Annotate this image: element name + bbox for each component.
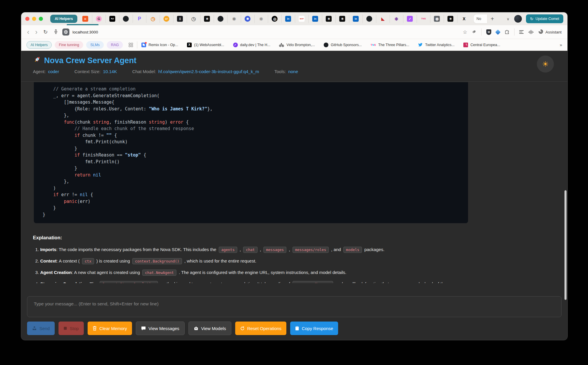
- tab-clock-orange[interactable]: ◷: [146, 15, 160, 23]
- assistant-button[interactable]: Assistant: [538, 29, 562, 35]
- tab-linkedin[interactable]: in: [281, 15, 295, 23]
- view-messages-button[interactable]: View Messages: [136, 322, 185, 335]
- meta-value: hf.co/qwen/qwen2.5-coder-3b-instruct-ggu…: [158, 69, 259, 74]
- refresh-icon: ↻: [530, 16, 534, 21]
- tab-red-hat[interactable]: ◣: [376, 15, 390, 23]
- bookmark-item[interactable]: TNSThe Three Pillars...: [371, 43, 409, 47]
- bookmark-item[interactable]: X(1) WebAssembl...: [187, 43, 224, 47]
- meta-group: Chat Model:hf.co/qwen/qwen2.5-coder-3b-i…: [132, 69, 259, 74]
- address-bar[interactable]: localhost:3000: [72, 30, 98, 34]
- bookmark-item[interactable]: LCentral Europea...: [463, 43, 500, 47]
- page-title-text: Nova Crew Server Agent: [44, 56, 136, 65]
- tab-flower-light[interactable]: ❋: [254, 15, 268, 23]
- tab-flower-blue[interactable]: ❋: [241, 15, 254, 23]
- tab-tns[interactable]: TNS: [417, 15, 430, 23]
- bookmark-pill-ai-helpers[interactable]: AI Helpers: [26, 41, 52, 49]
- tab-clock-gray[interactable]: ◷: [187, 15, 200, 23]
- bookmark-pill-fine-tunning[interactable]: Fine tunning: [55, 41, 83, 49]
- minimize-window-button[interactable]: [32, 17, 36, 21]
- site-globe-icon[interactable]: [62, 28, 69, 36]
- page-scrollbar-thumb[interactable]: [564, 190, 567, 300]
- reset-operations-button[interactable]: Reset Operations: [235, 322, 287, 335]
- meta-value: coder: [48, 69, 59, 74]
- bookmark-star-icon[interactable]: ☆: [463, 30, 467, 35]
- asterisk-black-icon: ✳: [204, 16, 210, 22]
- clock-gray-icon: ◷: [191, 16, 196, 22]
- asterisk-black-icon: ✳: [339, 16, 345, 22]
- bookmark-item[interactable]: GitHub Sponsors...: [324, 43, 362, 47]
- inline-code-chip: messages/roles: [293, 247, 329, 253]
- inline-code-chip: chat.NewAgent: [142, 270, 176, 276]
- tab-reader[interactable]: ≡: [78, 15, 92, 23]
- tab-mvp-card[interactable]: MVP: [295, 15, 308, 23]
- explanation-heading: Explanation:: [33, 235, 556, 240]
- new-tab-button[interactable]: +: [491, 16, 494, 22]
- chevron-down-icon[interactable]: ∨: [507, 17, 510, 21]
- profile-avatar[interactable]: [514, 15, 522, 23]
- bookmark-item[interactable]: ✓daily.dev | The H...: [233, 43, 270, 47]
- tab-partial[interactable]: No: [474, 14, 487, 23]
- bookmark-item[interactable]: Remix Icon - Op...: [141, 43, 178, 47]
- tab-ef-orange[interactable]: EF: [160, 15, 173, 23]
- app-header: Nova Crew Server Agent Agent:coderContex…: [21, 51, 567, 82]
- tab-nj[interactable]: NJ: [106, 15, 119, 23]
- extension-shield-icon[interactable]: M: [486, 29, 491, 35]
- message-input[interactable]: [27, 297, 561, 317]
- tab-x-twitter[interactable]: X: [457, 15, 471, 23]
- tab-github[interactable]: [363, 15, 376, 23]
- tab-globe-gray[interactable]: ◍: [430, 15, 444, 23]
- update-comet-button[interactable]: ↻ Update Comet: [526, 14, 563, 23]
- tab-github[interactable]: [119, 15, 133, 23]
- tab-asterisk-black[interactable]: ✳: [335, 15, 349, 23]
- tab-flower-gray[interactable]: ❋: [227, 15, 241, 23]
- mic-icon[interactable]: [54, 29, 58, 35]
- tab-asterisk-black[interactable]: ✳: [444, 15, 457, 23]
- bookmark-item[interactable]: Vélo Brompton,...: [279, 43, 315, 47]
- bookmark-item[interactable]: Twitter Analytics...: [418, 43, 455, 47]
- remix-icon: [141, 43, 146, 47]
- tab-ai-helpers[interactable]: AI Helpers: [50, 15, 77, 23]
- back-button[interactable]: ‹: [27, 29, 29, 36]
- tab-asterisk-black[interactable]: ✳: [200, 15, 214, 23]
- bookmark-label: The Three Pillars...: [378, 43, 409, 47]
- tab-p-purple[interactable]: P: [133, 15, 146, 23]
- forward-button[interactable]: ›: [35, 29, 38, 36]
- copy-response-button[interactable]: Copy Response: [290, 322, 338, 335]
- close-window-button[interactable]: [25, 17, 29, 21]
- meta-group: Context Size:10.14K: [74, 69, 117, 74]
- bookmark-pill-slms[interactable]: SLMs: [86, 41, 104, 49]
- tab-check-purple[interactable]: ✓: [403, 15, 417, 23]
- code-line: if chunk != "" {: [43, 132, 461, 139]
- tab-github[interactable]: [214, 15, 227, 23]
- explanation-list: 1. Imports: The code imports the necessa…: [33, 246, 556, 283]
- zoom-window-button[interactable]: [39, 17, 43, 21]
- tab-bug-purple[interactable]: ❉: [390, 15, 403, 23]
- meta-label: Tools:: [274, 69, 286, 74]
- clear-memory-button[interactable]: Clear Memory: [88, 322, 132, 335]
- stop-button[interactable]: Stop: [59, 322, 84, 335]
- apps-grid-icon[interactable]: [129, 43, 133, 47]
- code-line: },: [43, 112, 461, 119]
- theme-toggle-button[interactable]: ☀: [537, 55, 554, 73]
- bookmarks-overflow-button[interactable]: »: [560, 42, 562, 47]
- tab-linkedin[interactable]: in: [308, 15, 322, 23]
- bookmark-pill-rag[interactable]: RAG: [107, 41, 123, 49]
- extension-gem-icon[interactable]: [495, 29, 501, 35]
- tab-g-pink[interactable]: G: [92, 15, 106, 23]
- chat-scroll-area[interactable]: // Generate a stream completion _, err =…: [21, 82, 567, 283]
- tab-target-black[interactable]: ◎: [268, 15, 281, 23]
- menu-icon[interactable]: [519, 30, 524, 34]
- view-models-button[interactable]: View Models: [188, 322, 231, 335]
- agent-meta-row: Agent:coderContext Size:10.14KChat Model…: [33, 69, 567, 74]
- copy-link-icon[interactable]: [472, 29, 477, 35]
- voice-wave-icon[interactable]: [528, 30, 534, 34]
- tab-frame-black[interactable]: ▯: [173, 15, 187, 23]
- inline-code-chip: models: [343, 247, 362, 253]
- reload-button[interactable]: ↻: [43, 29, 48, 35]
- extension-puzzle-icon[interactable]: [505, 29, 510, 35]
- check-purple-icon: ✓: [407, 16, 413, 22]
- tns-icon: TNS: [371, 43, 376, 46]
- tab-linkedin[interactable]: in: [349, 15, 363, 23]
- send-button[interactable]: Send: [27, 322, 55, 335]
- tab-asterisk-black[interactable]: ✳: [322, 15, 335, 23]
